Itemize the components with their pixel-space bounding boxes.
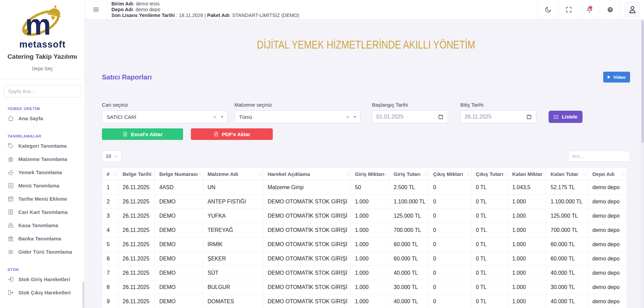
table-cell: 26.11.2025: [118, 180, 155, 195]
sidebar-item-cari-kart-tanimlama[interactable]: Cari Kart Tanımlama: [0, 205, 85, 219]
info-line: Birim Adı: demo tesis: [111, 1, 537, 6]
sidebar-item-yemek-tanimlama[interactable]: Yemek Tanımlama: [0, 166, 85, 179]
sidebar-item-gider-turu-tanimlama[interactable]: Gider Türü Tanımlama: [0, 245, 85, 258]
column-header-4[interactable]: Hareket Açıklama↑↓: [263, 168, 351, 180]
column-header-1[interactable]: Belge Tarihi↑↓: [118, 168, 155, 180]
table-cell: 60.000 TL: [546, 252, 588, 266]
table-cell: demo depo: [588, 180, 627, 195]
sidebar: m metassoft Catering Takip Yazılımı Depo…: [0, 0, 85, 308]
topbar-icons: ?: [537, 0, 644, 19]
table-cell: 26.11.2025: [118, 266, 155, 280]
table-cell: 1.000: [508, 209, 546, 223]
table-cell: DEMO: [155, 266, 203, 280]
user-avatar-button[interactable]: [620, 0, 644, 19]
table-cell: DEMO: [155, 195, 203, 209]
dark-mode-button[interactable]: [537, 0, 558, 19]
table-cell: 1.000: [508, 223, 546, 237]
column-header-11[interactable]: Depo Adı↑↓: [588, 168, 627, 180]
chevron-down-icon: [221, 116, 223, 118]
table-cell: 26.11.2025: [118, 223, 155, 237]
table-cell: 60.000 TL: [389, 252, 429, 266]
table-cell: DEMO: [155, 280, 203, 294]
app-window: m metassoft Catering Takip Yazılımı Depo…: [0, 0, 644, 308]
export-pdf-button[interactable]: PDF'e Aktar: [191, 128, 273, 140]
calendar-icon: [7, 196, 14, 202]
table-cell: 700.000 TL: [546, 223, 588, 237]
cari-select[interactable]: SATICI CARİ ×: [102, 110, 228, 123]
clear-icon[interactable]: ×: [346, 114, 349, 120]
dark-mode-icon: [544, 6, 552, 13]
start-date-input[interactable]: 01.01.2025: [372, 110, 448, 123]
table-cell: 0: [429, 209, 471, 223]
export-excel-button[interactable]: Excel'e Aktar: [102, 128, 183, 140]
column-header-7[interactable]: Çıkış Miktarı↑↓: [429, 168, 471, 180]
sidebar-item-tarihe-menu-ekleme[interactable]: Tarihe Menü Ekleme: [0, 192, 85, 205]
table-row: 826.11.2025DEMOBULGURDEMO OTOMATİK STOK …: [102, 280, 627, 294]
column-header-9[interactable]: Kalan Miktar↑↓: [508, 168, 546, 180]
sidebar-item-banka-tanimlama[interactable]: Banka Tanımlama: [0, 232, 85, 245]
menu-toggle-button[interactable]: [85, 0, 107, 19]
listele-button[interactable]: Listele: [549, 111, 583, 123]
video-button[interactable]: Video: [603, 72, 630, 83]
sort-icon: ↑↓: [258, 172, 262, 176]
column-header-2[interactable]: Belge Numarası↑↓: [155, 168, 203, 180]
excel-file-icon: [122, 131, 128, 137]
table-cell: UN: [203, 180, 263, 195]
table-cell: 40.000 TL: [389, 294, 429, 308]
sidebar-item-malzeme-tanimlama[interactable]: Malzeme Tanımlama: [0, 152, 85, 166]
app-title: Catering Takip Yazılımı: [0, 53, 85, 60]
table-cell: 0: [429, 266, 471, 280]
sort-icon: ↑↓: [583, 172, 586, 176]
user-avatar-icon: [628, 5, 637, 14]
column-header-0[interactable]: #↑↓: [102, 168, 118, 180]
calendar-icon[interactable]: [526, 114, 532, 120]
end-date-input[interactable]: 26.11.2025: [460, 110, 536, 123]
banner-title: DİJİTAL YEMEK HİZMETLERİNDE AKILLI YÖNET…: [102, 38, 630, 51]
hamburger-icon: [92, 6, 100, 13]
page-size-select[interactable]: 10: [102, 150, 122, 162]
table-cell: 0: [429, 180, 471, 195]
play-icon: [608, 75, 610, 79]
column-header-8[interactable]: Çıkış Tutarı↑↓: [471, 168, 508, 180]
page-title: Satıcı Raporları: [102, 73, 152, 81]
pdf-file-icon: [213, 131, 219, 137]
notifications-button[interactable]: [579, 0, 600, 19]
bank-icon: [7, 235, 14, 242]
vertical-scrollbar[interactable]: [641, 20, 644, 308]
calendar-icon[interactable]: [438, 114, 444, 120]
table-cell: 8: [102, 280, 118, 294]
table-search-input[interactable]: [568, 151, 630, 162]
sidebar-item-stok-giris-hareketleri[interactable]: Stok Giriş Hareketleri: [0, 273, 85, 286]
help-button[interactable]: ?: [600, 0, 620, 19]
table-cell: 1.100.000 TL: [389, 195, 429, 209]
malzeme-select[interactable]: Tümü ×: [234, 110, 360, 123]
table-cell: 26.11.2025: [118, 280, 155, 294]
brand: m metassoft Catering Takip Yazılımı Depo…: [0, 0, 85, 71]
sidebar-item-ana-sayfa[interactable]: Ana Sayfa: [0, 112, 85, 125]
clear-icon[interactable]: ×: [213, 114, 216, 120]
info-line: Depo Adı: demo depo: [111, 7, 537, 12]
export-actions: Excel'e Aktar PDF'e Aktar: [102, 128, 630, 140]
end-date-label: Bitiş Tarihi: [460, 102, 536, 108]
sidebar-item-kasa-tanimlama[interactable]: Kasa Tanımlama: [0, 219, 85, 232]
column-header-10[interactable]: Kalan Tutar↑↓: [546, 168, 588, 180]
sidebar-item-stok-cikis-hareketleri[interactable]: Stok Çıkış Hareketleri: [0, 286, 85, 299]
sidebar-item-kategori-tanimlama[interactable]: Kategori Tanımlama: [0, 139, 85, 152]
fullscreen-button[interactable]: [558, 0, 579, 19]
column-header-6[interactable]: Giriş Tutarı↑↓: [389, 168, 429, 180]
column-header-5[interactable]: Giriş Miktarı↑↓: [351, 168, 389, 180]
table-cell: 1.000: [508, 294, 546, 308]
sidebar-scrollbar[interactable]: [83, 282, 84, 308]
sidebar-item-menu-tanimlama[interactable]: Menü Tanımlama: [0, 179, 85, 192]
table-cell: 1.000: [508, 252, 546, 266]
scrollbar-thumb[interactable]: [642, 21, 644, 143]
table-cell: DEMO OTOMATİK STOK GİRİŞİ: [263, 237, 351, 252]
table-cell: 0 TL: [471, 252, 508, 266]
table-cell: 1.000: [351, 280, 389, 294]
depo-sec-link[interactable]: Depo Seç: [0, 66, 85, 71]
sidebar-search-input[interactable]: [4, 85, 81, 97]
table-cell: 0 TL: [471, 237, 508, 252]
main-area: Birim Adı: demo tesisDepo Adı: demo depo…: [85, 0, 644, 308]
column-header-3[interactable]: Malzeme Adı↑↓: [203, 168, 263, 180]
sort-icon: ↑↓: [113, 172, 117, 176]
